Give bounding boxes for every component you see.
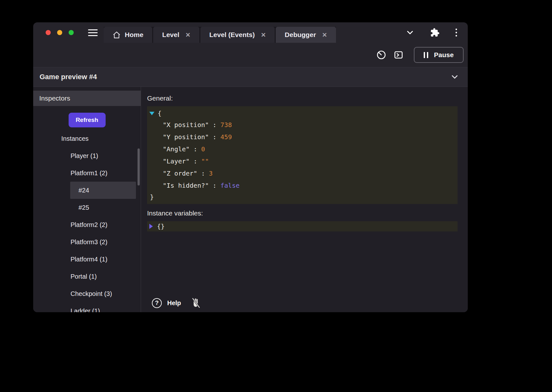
json-property-row: X position : 738 [149,119,452,131]
sidebar-scrollbar[interactable] [138,148,140,185]
property-key: X position [163,121,209,129]
tree-item-label: Checkpoint (3) [71,290,112,298]
tree-item-label: Platform4 (1) [71,256,108,263]
hamburger-icon [88,35,98,36]
pause-button[interactable]: Pause [414,47,464,63]
tree-item[interactable]: Portal (1) [33,268,141,285]
tree-item[interactable]: Platform1 (2) [33,164,141,182]
debugger-window: Home ✕ Level ✕ Level (Events) ✕ [33,22,468,312]
tree-item[interactable]: Checkpoint (3) [33,285,141,302]
general-label: General: [147,94,458,102]
tab-bar: Home ✕ Level ✕ Level (Events) ✕ [104,27,336,43]
property-separator: : [209,121,220,129]
json-property-row: Layer : [149,155,452,167]
property-key: Z order [163,170,197,177]
property-value[interactable]: 459 [220,133,232,141]
close-brace: } [150,193,154,201]
property-separator: : [190,145,201,153]
tree-item[interactable]: Platform3 (2) [33,233,141,251]
hamburger-icon [88,32,98,33]
tab[interactable]: Level ✕ [153,27,199,43]
tree-item-label: Platform2 (2) [71,221,108,229]
property-key: Is hidden? [163,182,209,189]
question-mark-icon: ? [152,298,162,308]
open-brace: { [158,109,161,117]
home-icon [113,31,121,39]
extensions-button[interactable] [430,28,440,37]
json-root-row: { [149,108,452,119]
tree-item[interactable]: Ladder (1) [33,302,141,312]
property-value[interactable]: 738 [220,121,232,129]
instance-variables-tree: {} [147,221,458,231]
debugger-toolbar: Pause [33,43,468,67]
json-property-row: Y position : 459 [149,131,452,143]
property-value[interactable] [201,157,209,165]
json-properties: X position : 738 Y position : 459 Angle … [149,119,452,192]
chevron-down-icon [405,28,415,37]
tab[interactable]: Debugger ✕ [276,27,336,43]
hamburger-icon [88,29,98,30]
chevron-down-icon [450,72,459,82]
profiler-button[interactable] [374,48,388,62]
expand-triangle-icon[interactable] [149,224,153,229]
refresh-button[interactable]: Refresh [69,113,106,127]
tree-item-label: Platform3 (2) [71,238,108,246]
json-property-row: Z order : 3 [149,167,452,179]
property-value[interactable]: false [220,182,240,189]
more-options-button[interactable] [455,28,458,37]
hand-slash-icon [190,298,201,308]
tab-close-icon[interactable]: ✕ [261,32,266,38]
close-window-button[interactable] [46,30,51,35]
console-icon [393,50,404,60]
pause-icon [424,52,428,58]
tab-close-icon[interactable]: ✕ [185,32,190,38]
puzzle-icon [430,28,440,37]
title-bar: Home ✕ Level ✕ Level (Events) ✕ [33,22,468,43]
tab-label: Home [125,31,143,39]
tree-item[interactable]: Platform4 (1) [33,251,141,268]
title-bar-left [33,22,98,43]
tree-item-label: Instances [61,135,89,142]
kebab-icon [455,28,458,37]
property-separator: : [209,133,220,141]
help-label: Help [167,299,181,307]
instance-variables-label: Instance variables: [147,209,458,217]
collapse-preview-button[interactable] [450,72,459,82]
tab-label: Level (Events) [209,31,255,39]
zoom-window-button[interactable] [69,30,74,35]
pause-button-label: Pause [434,51,454,59]
property-separator: : [190,157,201,165]
tree-item-label: Portal (1) [71,273,97,280]
debugger-content: Inspectors Refresh Instances Player (1) … [33,87,468,312]
inspector-panel: General: { X position : 738 Y position :… [141,87,468,312]
tab[interactable]: Home ✕ [104,27,152,43]
json-property-row: Angle : 0 [149,143,452,155]
instance-variables-value: {} [157,222,165,230]
tree-item[interactable]: Platform2 (2) [33,216,141,233]
tree-item[interactable]: Player (1) [33,147,141,164]
tab[interactable]: Level (Events) ✕ [200,27,275,43]
tree-item[interactable]: #24 [70,182,136,199]
main-menu-button[interactable] [88,29,98,36]
collapse-triangle-icon[interactable] [149,112,154,115]
tree-item-label: #25 [78,204,89,211]
console-button[interactable] [392,48,406,62]
tab-label: Debugger [285,31,316,39]
inspectors-header: Inspectors [33,91,141,106]
minimize-window-button[interactable] [57,30,62,35]
tree-item-label: Ladder (1) [71,307,100,313]
tabs-overflow-button[interactable] [405,28,415,37]
panel-footer: ? Help [152,298,201,308]
property-value[interactable]: 3 [209,170,213,177]
general-properties-tree: { X position : 738 Y position : 459 Angl… [147,106,458,204]
tree-item[interactable]: Instances [33,130,141,147]
help-button[interactable]: ? Help [152,298,181,308]
hand-off-button[interactable] [190,298,201,308]
property-key: Layer [163,157,190,165]
property-key: Y position [163,133,209,141]
tab-close-icon[interactable]: ✕ [322,32,327,38]
tree-item-label: #24 [78,187,89,194]
property-value[interactable]: 0 [201,145,205,153]
json-close-row: } [149,192,452,202]
tree-item[interactable]: #25 [33,199,141,216]
